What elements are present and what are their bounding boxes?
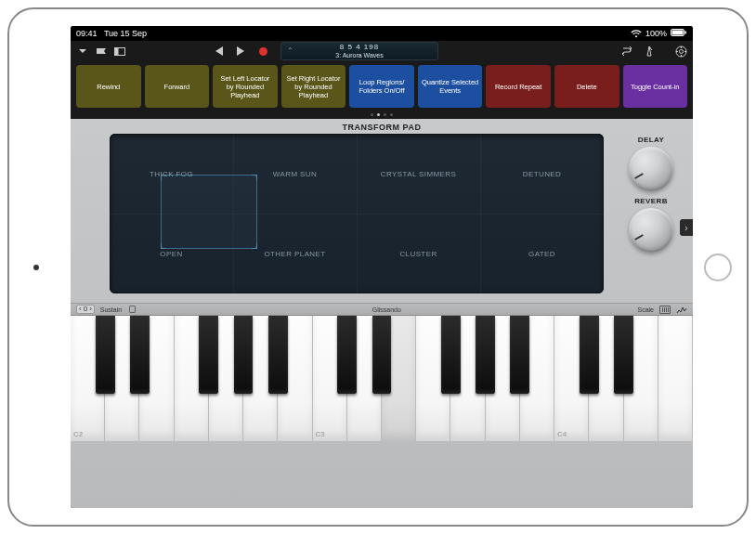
transport-controls — [212, 45, 269, 58]
delay-label: DELAY — [638, 136, 664, 144]
effect-knobs: DELAY REVERB — [619, 134, 684, 253]
piano-keyboard[interactable]: C2C3C4 — [71, 315, 693, 441]
ios-status-bar: 09:41 Tue 15 Sep 100% — [71, 26, 693, 41]
key-command-button[interactable]: Quantize Selected Events — [418, 65, 483, 108]
octave-down-icon[interactable]: ‹ — [79, 306, 82, 313]
octave-value: 0 — [84, 306, 87, 313]
key-command-button[interactable]: Rewind — [76, 65, 141, 108]
cycle-icon[interactable] — [620, 45, 633, 58]
svg-rect-4 — [115, 47, 119, 55]
scale-label[interactable]: Scale — [637, 306, 654, 313]
expand-panel-button[interactable]: › — [680, 219, 693, 236]
black-key[interactable] — [580, 316, 599, 394]
record-button[interactable] — [256, 45, 269, 58]
play-button[interactable] — [234, 45, 247, 58]
transform-pad-title: TRANSFORM PAD — [71, 119, 693, 134]
black-key[interactable] — [476, 316, 495, 394]
black-key[interactable] — [337, 316, 357, 394]
key-command-button[interactable]: Toggle Count-in — [623, 65, 688, 108]
lock-icon[interactable] — [129, 306, 136, 313]
black-key[interactable] — [372, 316, 392, 394]
transform-pad-cell[interactable]: THICK FOG — [110, 134, 233, 214]
svg-rect-2 — [685, 32, 687, 34]
black-key[interactable] — [234, 316, 254, 394]
transform-pad-cell[interactable]: GATED — [480, 214, 604, 293]
battery-icon — [671, 29, 687, 38]
key-command-button[interactable]: Set Right Locator by Rounded Playhead — [281, 65, 346, 108]
panel-icon[interactable] — [113, 45, 126, 58]
key-command-button[interactable]: Record Repeat — [486, 65, 551, 108]
ipad-frame: 09:41 Tue 15 Sep 100% — [7, 7, 749, 527]
transform-pad-cell[interactable]: CRYSTAL SIMMERS — [357, 134, 480, 214]
glissando-label[interactable]: Glissando — [372, 306, 401, 313]
view-menu-icon[interactable] — [76, 45, 89, 58]
keyboard-layout-icon[interactable] — [659, 306, 671, 314]
status-date: Tue 15 Sep — [104, 29, 147, 38]
lcd-display[interactable]: ⌃ 8 5 4 198 3: Aurora Waves — [280, 42, 438, 60]
key-label: C4 — [557, 430, 567, 438]
battery-percent: 100% — [645, 29, 667, 38]
key-label: C2 — [73, 430, 83, 438]
page-indicator[interactable] — [71, 110, 693, 119]
black-key[interactable] — [614, 316, 633, 394]
settings-icon[interactable] — [674, 45, 687, 58]
metronome-icon[interactable] — [643, 45, 656, 58]
keyboard-controls-strip: ‹ 0 › Sustain Glissando Scale — [71, 303, 693, 315]
delay-knob[interactable] — [629, 147, 673, 191]
sustain-label[interactable]: Sustain — [100, 306, 122, 313]
status-time: 09:41 — [76, 29, 98, 38]
black-key[interactable] — [510, 316, 529, 394]
black-key[interactable] — [96, 316, 115, 394]
key-command-button[interactable]: Set Left Locator by Rounded Playhead — [213, 65, 278, 108]
octave-selector[interactable]: ‹ 0 › — [76, 305, 95, 314]
black-key[interactable] — [130, 316, 150, 394]
octave-up-icon[interactable]: › — [89, 306, 92, 313]
white-key[interactable] — [658, 316, 693, 441]
front-camera — [33, 265, 39, 270]
transform-pad-cell[interactable]: OPEN — [110, 214, 233, 293]
go-to-start-button[interactable] — [212, 45, 225, 58]
key-command-button[interactable]: Loop Regions/ Folders On/Off — [349, 65, 414, 108]
black-key[interactable] — [268, 316, 288, 394]
lcd-chevron-icon[interactable]: ⌃ — [287, 47, 293, 56]
key-command-button[interactable]: Delete — [554, 65, 619, 108]
home-button[interactable] — [704, 254, 732, 281]
black-key[interactable] — [199, 316, 218, 394]
app-toolbar: ⌃ 8 5 4 198 3: Aurora Waves — [71, 41, 693, 61]
key-command-row: RewindForwardSet Left Locator by Rounded… — [71, 61, 693, 110]
key-command-button[interactable]: Forward — [145, 65, 210, 108]
lcd-position: 8 5 4 198 — [340, 44, 379, 52]
transform-pad-cell[interactable]: DETUNED — [480, 134, 604, 214]
reverb-label: REVERB — [634, 197, 668, 205]
arpeggiator-icon[interactable] — [676, 306, 687, 314]
browser-icon[interactable] — [95, 45, 108, 58]
app-screen: 09:41 Tue 15 Sep 100% — [71, 26, 693, 508]
key-label: C3 — [316, 430, 325, 438]
svg-point-6 — [679, 49, 683, 53]
transform-pad-cell[interactable]: CLUSTER — [357, 214, 480, 293]
transform-pad-cell[interactable]: WARM SUN — [233, 134, 357, 214]
transform-pad-cell[interactable]: OTHER PLANET — [233, 214, 357, 293]
svg-rect-1 — [672, 31, 684, 35]
reverb-knob[interactable] — [629, 208, 673, 253]
wifi-icon — [631, 30, 642, 38]
lcd-track-name: 3: Aurora Waves — [335, 52, 384, 59]
instrument-panel: TRANSFORM PAD THICK FOGWARM SUNCRYSTAL S… — [71, 119, 693, 508]
black-key[interactable] — [441, 316, 461, 394]
transform-pad[interactable]: THICK FOGWARM SUNCRYSTAL SIMMERSDETUNEDO… — [110, 134, 604, 293]
